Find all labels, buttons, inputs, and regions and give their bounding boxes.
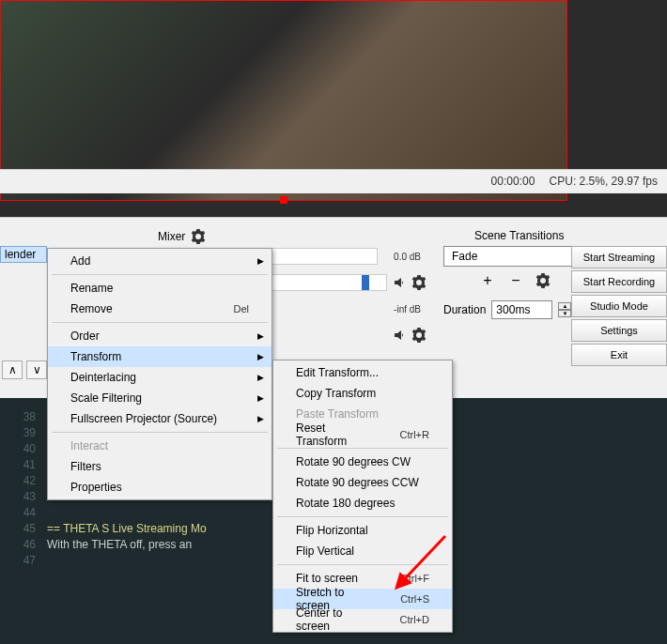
menu-item-label: Paste Transform — [296, 407, 379, 421]
menu-item-copy-transform[interactable]: Copy Transform — [273, 383, 452, 404]
duration-input[interactable] — [491, 300, 552, 319]
menu-item-label: Flip Horizontal — [296, 524, 368, 537]
gear-icon[interactable] — [191, 229, 206, 244]
menu-item-label: Properties — [70, 481, 122, 494]
studio-mode-button[interactable]: Studio Mode — [571, 295, 667, 317]
menu-item-label: Interact — [70, 439, 108, 452]
status-time: 00:00:00 — [491, 175, 535, 188]
terminal-text: == THETA S Live Streaming Mo — [47, 522, 207, 538]
menu-item-rotate-180-degrees[interactable]: Rotate 180 degrees — [273, 493, 452, 514]
spinner-up-icon[interactable]: ▲ — [558, 302, 571, 310]
menu-shortcut: Ctrl+F — [401, 573, 429, 584]
menu-item-label: Remove — [70, 302, 113, 315]
db-value: 0.0 dB — [383, 252, 421, 262]
menu-item-center-to-screen[interactable]: Center to screenCtrl+D — [273, 609, 452, 630]
menu-item-label: Flip Vertical — [296, 544, 354, 558]
menu-item-fullscreen-projector-source[interactable]: Fullscreen Projector (Source)▶ — [48, 408, 271, 429]
start-streaming-button[interactable]: Start Streaming — [571, 246, 667, 268]
gear-icon[interactable] — [411, 328, 427, 343]
menu-item-label: Order — [70, 330, 100, 343]
resize-handle[interactable] — [280, 196, 287, 204]
line-number: 39 — [0, 426, 47, 442]
menu-item-flip-vertical[interactable]: Flip Vertical — [273, 541, 452, 561]
menu-item-edit-transform[interactable]: Edit Transform... — [273, 362, 452, 383]
source-list-item[interactable]: lender — [0, 246, 47, 263]
menu-item-flip-horizontal[interactable]: Flip Horizontal — [273, 520, 452, 541]
menu-item-deinterlacing[interactable]: Deinterlacing▶ — [48, 367, 271, 388]
line-number: 45 — [0, 522, 47, 538]
line-number: 43 — [0, 490, 47, 506]
gear-icon[interactable] — [411, 275, 427, 290]
menu-item-label: Center to screen — [296, 606, 372, 633]
submenu-arrow-icon: ▶ — [257, 352, 264, 361]
menu-item-add[interactable]: Add▶ — [48, 251, 271, 271]
menu-item-label: Rotate 90 degrees CW — [296, 455, 411, 468]
menu-item-label: Filters — [70, 460, 101, 473]
line-number: 44 — [0, 506, 47, 522]
menu-item-rotate-90-degrees-cw[interactable]: Rotate 90 degrees CW — [273, 452, 452, 472]
speaker-icon[interactable] — [393, 275, 408, 290]
menu-item-label: Reset Transform — [296, 422, 372, 448]
menu-item-label: Edit Transform... — [296, 366, 379, 379]
menu-shortcut: Del — [233, 303, 249, 314]
line-number: 42 — [0, 474, 47, 490]
duration-row: Duration ▲ ▼ — [443, 300, 571, 319]
up-arrow-icon[interactable]: ∧ — [2, 360, 23, 379]
minus-icon[interactable]: − — [507, 272, 524, 289]
menu-item-label: Deinterlacing — [70, 371, 136, 384]
menu-shortcut: Ctrl+R — [400, 429, 429, 440]
menu-item-reset-transform[interactable]: Reset TransformCtrl+R — [273, 424, 452, 445]
menu-item-label: Rename — [70, 282, 113, 295]
transition-select[interactable]: Fade — [443, 246, 584, 267]
menu-separator — [277, 448, 448, 449]
db-value: -inf dB — [383, 304, 421, 314]
menu-item-label: Fit to screen — [296, 572, 358, 585]
menu-shortcut: Ctrl+S — [400, 593, 429, 605]
line-number: 47 — [0, 554, 47, 570]
duration-label: Duration — [443, 303, 486, 316]
spinner-down-icon[interactable]: ▼ — [558, 310, 571, 317]
nav-arrows: ∧ ∨ — [2, 360, 47, 379]
speaker-icon[interactable] — [393, 328, 408, 343]
spinner[interactable]: ▲ ▼ — [558, 302, 571, 317]
menu-item-rotate-90-degrees-ccw[interactable]: Rotate 90 degrees CCW — [273, 472, 452, 493]
submenu-arrow-icon: ▶ — [257, 331, 264, 341]
transitions-header: Scene Transitions — [474, 229, 564, 242]
menu-separator — [52, 432, 268, 433]
menu-separator — [52, 274, 268, 275]
menu-separator — [277, 564, 448, 565]
line-number: 40 — [0, 442, 47, 458]
submenu-arrow-icon: ▶ — [257, 256, 264, 266]
menu-item-label: Transform — [70, 350, 121, 363]
line-number: 46 — [0, 538, 47, 554]
menu-item-interact: Interact — [48, 436, 271, 456]
status-bar: 00:00:00 CPU: 2.5%, 29.97 fps — [0, 169, 667, 193]
menu-shortcut: Ctrl+D — [400, 614, 429, 625]
menu-item-filters[interactable]: Filters — [48, 456, 271, 477]
menu-item-label: Copy Transform — [296, 387, 376, 400]
status-cpu: CPU: 2.5%, 29.97 fps — [550, 175, 658, 188]
plus-icon[interactable]: + — [479, 272, 496, 289]
transition-buttons: + − — [479, 272, 551, 289]
menu-item-scale-filtering[interactable]: Scale Filtering▶ — [48, 388, 271, 408]
line-number: 38 — [0, 410, 47, 426]
menu-separator — [52, 322, 268, 323]
mixer-header: Mixer — [158, 229, 206, 244]
menu-separator — [277, 516, 448, 517]
exit-button[interactable]: Exit — [571, 344, 667, 366]
menu-item-remove[interactable]: RemoveDel — [48, 299, 271, 319]
menu-item-label: Rotate 90 degrees CCW — [296, 476, 419, 489]
menu-item-order[interactable]: Order▶ — [48, 326, 271, 346]
menu-item-rename[interactable]: Rename — [48, 278, 271, 299]
submenu-arrow-icon: ▶ — [257, 393, 264, 403]
start-recording-button[interactable]: Start Recording — [571, 270, 667, 293]
context-menu: Add▶RenameRemoveDelOrder▶Transform▶Deint… — [47, 248, 272, 500]
menu-item-properties[interactable]: Properties — [48, 477, 271, 498]
down-arrow-icon[interactable]: ∨ — [26, 360, 47, 379]
slider-handle[interactable] — [362, 275, 369, 290]
right-buttons: Start StreamingStart RecordingStudio Mod… — [571, 246, 667, 368]
gear-icon[interactable] — [535, 273, 551, 288]
menu-item-transform[interactable]: Transform▶ — [48, 346, 271, 367]
settings-button[interactable]: Settings — [571, 319, 667, 342]
mixer-label: Mixer — [158, 230, 185, 243]
